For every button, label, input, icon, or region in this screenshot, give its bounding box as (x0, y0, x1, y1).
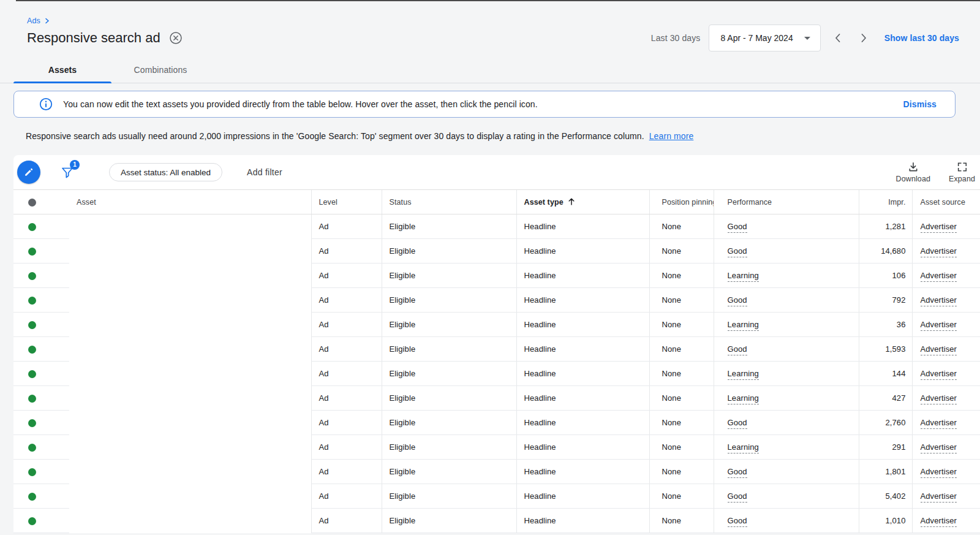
asset-cell[interactable] (69, 214, 311, 239)
asset-cell[interactable] (69, 264, 311, 288)
performance-cell: Learning (714, 313, 859, 337)
tab-combinations[interactable]: Combinations (111, 59, 209, 83)
asset-cell[interactable] (69, 362, 311, 386)
learn-more-link[interactable]: Learn more (649, 131, 694, 141)
performance-value[interactable]: Learning (728, 320, 759, 331)
impressions-notice: Responsive search ads usually need aroun… (26, 131, 956, 141)
tab-assets[interactable]: Assets (13, 59, 111, 83)
enabled-status-dot[interactable] (28, 297, 36, 305)
table-row: Ad Eligible Headline None Good 1,593 Adv… (13, 337, 980, 362)
asset-cell[interactable] (69, 386, 311, 411)
expand-icon (957, 161, 968, 173)
close-icon[interactable] (169, 31, 183, 45)
expand-button[interactable]: Expand (949, 161, 975, 183)
performance-value[interactable]: Good (728, 246, 747, 257)
performance-value[interactable]: Good (728, 344, 747, 355)
next-period-button[interactable] (855, 29, 872, 47)
table-row: Ad Eligible Headline None Good 1,010 Adv… (13, 509, 980, 533)
enabled-status-dot[interactable] (28, 444, 36, 452)
assets-card: 1 Asset status: All enabled Add filter D… (13, 155, 980, 533)
enabled-status-dot[interactable] (28, 370, 36, 378)
performance-value[interactable]: Learning (728, 393, 759, 404)
asset-source-cell: Advertiser (912, 214, 980, 239)
column-header-asset[interactable]: Asset (69, 190, 311, 214)
performance-value[interactable]: Learning (728, 271, 759, 282)
enabled-status-dot[interactable] (28, 223, 36, 231)
performance-value[interactable]: Learning (728, 369, 759, 380)
performance-value[interactable]: Good (728, 295, 747, 306)
asset-source-value[interactable]: Advertiser (921, 516, 957, 527)
breadcrumb-ads-link[interactable]: Ads (27, 17, 40, 25)
performance-value[interactable]: Good (728, 418, 747, 429)
asset-cell[interactable] (69, 484, 311, 509)
asset-source-value[interactable]: Advertiser (921, 295, 957, 306)
asset-source-value[interactable]: Advertiser (921, 222, 957, 233)
asset-cell[interactable] (69, 435, 311, 460)
asset-source-cell: Advertiser (912, 411, 980, 435)
table-toolbar: 1 Asset status: All enabled Add filter D… (13, 155, 980, 189)
enabled-status-dot[interactable] (28, 419, 36, 427)
status-dot-column-header[interactable] (13, 190, 69, 214)
edit-button[interactable] (17, 161, 40, 184)
enabled-status-dot[interactable] (28, 517, 36, 525)
level-cell: Ad (311, 460, 382, 484)
show-last-30-days-link[interactable]: Show last 30 days (884, 33, 959, 43)
asset-source-value[interactable]: Advertiser (921, 320, 957, 331)
asset-cell[interactable] (69, 239, 311, 264)
asset-cell[interactable] (69, 460, 311, 484)
asset-source-value[interactable]: Advertiser (921, 442, 957, 453)
column-header-performance[interactable]: Performance (714, 190, 859, 214)
asset-source-value[interactable]: Advertiser (921, 393, 957, 404)
filter-count-badge: 1 (70, 160, 80, 170)
enabled-status-dot[interactable] (28, 346, 36, 354)
asset-status-filter-chip[interactable]: Asset status: All enabled (109, 163, 222, 181)
previous-period-button[interactable] (829, 29, 846, 47)
column-header-level[interactable]: Level (311, 190, 382, 214)
table-row: Ad Eligible Headline None Good 2,760 Adv… (13, 411, 980, 435)
column-header-impressions[interactable]: Impr. (859, 190, 912, 214)
asset-source-value[interactable]: Advertiser (921, 491, 957, 503)
status-dot-cell (13, 362, 69, 386)
download-button[interactable]: Download (896, 161, 930, 183)
filter-icon-button[interactable]: 1 (58, 162, 77, 182)
asset-cell[interactable] (69, 288, 311, 313)
enabled-status-dot[interactable] (28, 395, 36, 403)
enabled-status-dot[interactable] (28, 272, 36, 280)
asset-cell[interactable] (69, 313, 311, 337)
performance-value[interactable]: Good (728, 467, 747, 478)
expand-label: Expand (949, 175, 975, 183)
date-range-picker[interactable]: 8 Apr - 7 May 2024 (709, 25, 820, 51)
performance-value[interactable]: Good (728, 516, 747, 527)
column-header-asset-source[interactable]: Asset source (912, 190, 980, 214)
asset-source-value[interactable]: Advertiser (921, 467, 957, 478)
asset-cell[interactable] (69, 337, 311, 362)
asset-source-value[interactable]: Advertiser (921, 344, 957, 355)
enabled-status-dot[interactable] (28, 493, 36, 501)
asset-source-value[interactable]: Advertiser (921, 418, 957, 429)
position-pinning-cell: None (649, 264, 714, 288)
asset-source-cell: Advertiser (912, 484, 980, 509)
status-cell: Eligible (382, 239, 516, 264)
column-header-position-pinning[interactable]: Position pinning (649, 190, 714, 214)
performance-value[interactable]: Good (728, 491, 747, 503)
table-row: Ad Eligible Headline None Good 1,801 Adv… (13, 460, 980, 484)
asset-cell[interactable] (69, 411, 311, 435)
asset-cell[interactable] (69, 509, 311, 533)
performance-value[interactable]: Good (728, 222, 747, 233)
notice-text: Responsive search ads usually need aroun… (26, 131, 644, 141)
enabled-status-dot[interactable] (28, 321, 36, 329)
asset-source-value[interactable]: Advertiser (921, 271, 957, 282)
dismiss-button[interactable]: Dismiss (903, 99, 937, 109)
enabled-status-dot[interactable] (28, 468, 36, 476)
asset-source-value[interactable]: Advertiser (921, 369, 957, 380)
column-header-asset-type[interactable]: Asset type (516, 190, 649, 214)
asset-source-cell: Advertiser (912, 264, 980, 288)
add-filter-button[interactable]: Add filter (239, 162, 290, 182)
asset-type-cell: Headline (516, 460, 649, 484)
performance-value[interactable]: Learning (728, 442, 759, 453)
column-header-status[interactable]: Status (382, 190, 516, 214)
level-cell: Ad (311, 214, 382, 239)
asset-source-value[interactable]: Advertiser (921, 246, 957, 257)
enabled-status-dot[interactable] (28, 248, 36, 256)
level-cell: Ad (311, 411, 382, 435)
